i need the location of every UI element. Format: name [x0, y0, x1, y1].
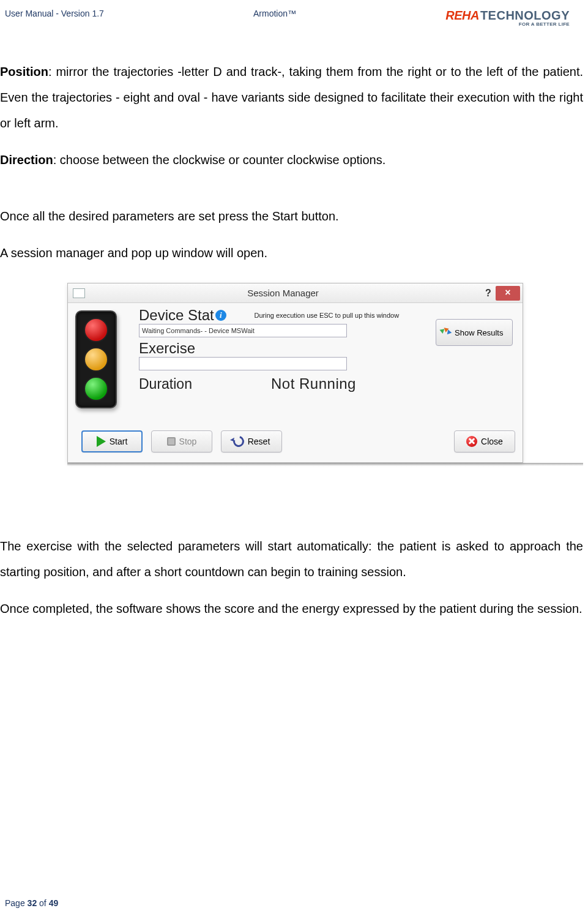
red-light-icon: [84, 318, 108, 342]
results-icon: [440, 328, 451, 337]
logo-reha: REHA: [445, 9, 479, 23]
green-light-icon: [84, 377, 108, 401]
exercise-label: Exercise: [139, 340, 427, 357]
duration-label: Duration: [139, 376, 271, 392]
exercise-field[interactable]: [139, 357, 347, 370]
help-button[interactable]: ?: [481, 288, 496, 299]
close-label: Close: [481, 437, 503, 446]
reset-label: Reset: [248, 437, 270, 446]
close-button[interactable]: Close: [454, 430, 515, 452]
page-footer: Page 32 of 49: [5, 898, 58, 908]
device-status-field[interactable]: [139, 324, 347, 337]
stop-label: Stop: [179, 437, 197, 446]
play-icon: [97, 436, 106, 447]
position-label: Position: [0, 65, 48, 78]
para-direction: Direction: choose between the clockwise …: [0, 147, 583, 173]
para-auto-start: The exercise with the selected parameter…: [0, 533, 583, 585]
amber-light-icon: [84, 347, 108, 372]
para-score: Once completed, the software shows the s…: [0, 596, 583, 621]
session-manager-dialog: Session Manager ? × Device Stat i: [67, 283, 523, 463]
direction-label: Direction: [0, 153, 53, 167]
position-text: : mirror the trajectories -letter D and …: [0, 65, 583, 130]
direction-text: : choose between the clockwise or counte…: [53, 153, 386, 167]
window-icon: [73, 288, 85, 298]
show-results-label: Show Results: [455, 328, 503, 337]
device-state-label: Device Stat: [139, 307, 214, 324]
para-start: Once all the desired parameters are set …: [0, 203, 583, 229]
window-title: Session Manager: [85, 288, 481, 298]
footer-of: of: [37, 898, 48, 908]
traffic-light-icon: [75, 310, 117, 408]
footer-current: 32: [28, 898, 37, 908]
reset-button[interactable]: Reset: [221, 430, 282, 452]
para-position: Position: mirror the trajectories -lette…: [0, 59, 583, 136]
titlebar-close-button[interactable]: ×: [496, 286, 520, 301]
info-icon[interactable]: i: [215, 310, 226, 321]
reset-icon: [231, 434, 246, 449]
start-button[interactable]: Start: [81, 430, 143, 452]
footer-total: 49: [49, 898, 59, 908]
stop-button[interactable]: Stop: [151, 430, 212, 452]
header-logo: REHA TECHNOLOGY FOR A BETTER LIFE: [445, 9, 570, 28]
start-label: Start: [110, 437, 128, 446]
header-center: Armotion™: [253, 9, 296, 18]
page-header: User Manual - Version 1.7 Armotion™ REHA…: [0, 0, 588, 28]
page-content: Position: mirror the trajectories -lette…: [0, 28, 588, 621]
para-popup: A session manager and pop up window will…: [0, 240, 583, 266]
duration-value: Not Running: [271, 375, 356, 392]
titlebar: Session Manager ? ×: [68, 283, 523, 303]
close-icon: [466, 436, 477, 447]
show-results-button[interactable]: Show Results: [436, 319, 513, 346]
stop-icon: [167, 437, 176, 446]
footer-prefix: Page: [5, 898, 28, 908]
esc-hint: During execution use ESC to pull up this…: [226, 312, 427, 319]
header-left: User Manual - Version 1.7: [5, 9, 104, 18]
logo-tech: TECHNOLOGY: [480, 9, 570, 23]
